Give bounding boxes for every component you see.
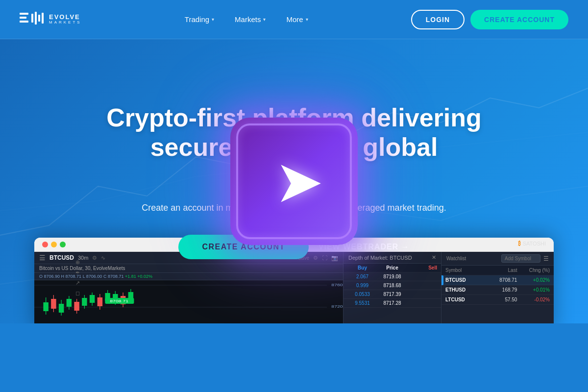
price-high: 8760.00 bbox=[331, 283, 343, 287]
svg-rect-23 bbox=[90, 295, 95, 303]
svg-rect-15 bbox=[59, 304, 64, 313]
nav-more[interactable]: More ▾ bbox=[278, 11, 316, 27]
dom-price-3: 8717.28 bbox=[377, 300, 407, 306]
wl-last-2: 57.50 bbox=[485, 297, 517, 302]
svg-rect-21 bbox=[82, 298, 87, 306]
watchlist-row-ltc[interactable]: LTCUSD 57.50 -0.02% bbox=[441, 295, 554, 305]
candlestick-chart: 8760.00 8720.00 8680.00 bbox=[34, 280, 343, 323]
chng-pct-value: +0.02% bbox=[137, 274, 152, 279]
wl-chng-2: -0.02% bbox=[517, 297, 550, 302]
close-value: 8708.71 bbox=[108, 274, 124, 279]
svg-rect-5 bbox=[38, 15, 40, 22]
dom-buy-header: Buy bbox=[347, 265, 377, 270]
shape-icon[interactable]: ◻ bbox=[75, 290, 80, 296]
low-value: 8706.00 bbox=[86, 274, 102, 279]
wl-last-0: 8708.71 bbox=[485, 277, 517, 283]
menu-icon[interactable]: ☰ bbox=[39, 254, 46, 262]
logo-name: EVOLVE bbox=[49, 14, 82, 21]
hero-section: Crypto-first platform delivering secure … bbox=[0, 39, 588, 323]
dom-row: 9.5531 8717.28 bbox=[343, 299, 441, 308]
dom-buy-1: 0.999 bbox=[347, 283, 377, 288]
dom-panel: Depth of Market: BTCUSD ✕ Buy Price Sell… bbox=[343, 252, 441, 323]
low-label: L bbox=[83, 274, 86, 279]
dom-buy-3: 9.5531 bbox=[347, 300, 377, 306]
chng-value: +1.81 bbox=[125, 274, 136, 279]
dom-sell-1 bbox=[407, 283, 437, 288]
dom-row: 0.0533 8717.39 bbox=[343, 290, 441, 299]
watchlist-controls: ☰ bbox=[501, 254, 549, 263]
chart-info-bar: Bitcoin vs US Dollar, 30, EvolveMarkets bbox=[34, 264, 343, 273]
dom-sell-0 bbox=[407, 274, 437, 279]
nav-trading[interactable]: Trading ▾ bbox=[177, 11, 222, 27]
svg-rect-11 bbox=[43, 302, 49, 311]
chart-symbol[interactable]: BTCUSD bbox=[49, 254, 74, 261]
svg-rect-0 bbox=[20, 13, 28, 15]
trend-icon[interactable]: ↗ bbox=[75, 280, 80, 286]
wl-chng-0: +0.02% bbox=[517, 277, 550, 283]
close-label: C bbox=[103, 274, 108, 279]
nav-actions: LOGIN CREATE ACCOUNT bbox=[411, 10, 568, 29]
logo-text-block: EVOLVE MARKETS bbox=[49, 14, 82, 25]
svg-rect-17 bbox=[67, 299, 72, 307]
dom-buy-2: 0.0533 bbox=[347, 292, 377, 297]
crosshair-icon[interactable]: ⊕ bbox=[75, 259, 80, 266]
svg-rect-2 bbox=[20, 21, 28, 23]
arrow-right-icon: ➤ bbox=[274, 152, 324, 211]
logo-sub: MARKETS bbox=[49, 21, 82, 25]
login-button[interactable]: LOGIN bbox=[411, 10, 465, 29]
logo-icon bbox=[20, 11, 44, 28]
nav-links: Trading ▾ Markets ▾ More ▾ bbox=[177, 11, 316, 27]
wl-chng-header: Chng (%) bbox=[517, 268, 550, 273]
dom-price-2: 8717.39 bbox=[377, 292, 407, 297]
price-mid: 8720.00 bbox=[331, 304, 343, 309]
watchlist-menu-icon[interactable]: ☰ bbox=[543, 255, 549, 262]
logo[interactable]: EVOLVE MARKETS bbox=[20, 11, 82, 28]
dom-row: 2.067 8719.08 bbox=[343, 272, 441, 281]
chart-settings-icon[interactable]: ⚙ bbox=[92, 255, 97, 261]
chart-area: ☰ BTCUSD 30m ⚙ ∿ Save ⚙ ⛶ 📷 Bitcoin vs U… bbox=[34, 252, 343, 323]
watchlist-row-btc[interactable]: BTCUSD 8708.71 +0.02% bbox=[441, 275, 554, 285]
svg-rect-13 bbox=[51, 299, 56, 309]
watchlist-row-eth[interactable]: ETHUSD 168.79 +0.01% bbox=[441, 285, 554, 295]
dom-sell-3 bbox=[407, 300, 437, 306]
open-label: O bbox=[39, 274, 44, 279]
wl-symbol-0: BTCUSD bbox=[445, 277, 485, 283]
satoshi-badge: ₿ SATOSHI bbox=[518, 241, 546, 246]
maximize-button-icon[interactable] bbox=[60, 242, 66, 247]
minimize-button-icon[interactable] bbox=[51, 242, 57, 247]
svg-rect-3 bbox=[31, 14, 33, 23]
dom-header-row: Buy Price Sell bbox=[343, 264, 441, 272]
platform-content: ☰ BTCUSD 30m ⚙ ∿ Save ⚙ ⛶ 📷 Bitcoin vs U… bbox=[34, 252, 554, 323]
nav-markets[interactable]: Markets ▾ bbox=[227, 11, 273, 27]
dom-sell-2 bbox=[407, 292, 437, 297]
watchlist-header-row: Symbol Last Chng (%) bbox=[441, 266, 554, 275]
navbar: EVOLVE MARKETS Trading ▾ Markets ▾ More … bbox=[0, 0, 588, 39]
bitcoin-icon: ₿ bbox=[518, 241, 521, 246]
dom-price-1: 8718.68 bbox=[377, 283, 407, 288]
add-symbol-input[interactable] bbox=[501, 254, 540, 263]
open-value: 8706.90 bbox=[44, 274, 60, 279]
logo-svg bbox=[20, 11, 44, 28]
dom-price-header: Price bbox=[377, 265, 407, 270]
dom-row: 0.999 8718.68 bbox=[343, 281, 441, 290]
ohlc-bar: O 8706.90 H 8708.71 L 8706.00 C 8708.71 … bbox=[34, 273, 343, 280]
glow-box: ➤ bbox=[230, 118, 358, 245]
chevron-down-icon: ▾ bbox=[263, 17, 266, 22]
chart-left-tools: ⊕ ✒ ↗ ◻ bbox=[75, 259, 80, 296]
svg-rect-25 bbox=[98, 297, 103, 306]
satoshi-label: SATOSHI bbox=[523, 241, 546, 246]
wl-last-1: 168.79 bbox=[485, 287, 517, 293]
wl-chng-1: +0.01% bbox=[517, 287, 550, 293]
create-account-button[interactable]: CREATE ACCOUNT bbox=[470, 10, 568, 29]
chart-body: 8760.00 8720.00 8680.00 bbox=[34, 280, 343, 323]
close-button-icon[interactable] bbox=[42, 242, 48, 247]
pen-icon[interactable]: ✒ bbox=[75, 270, 80, 276]
svg-text:8708.71: 8708.71 bbox=[110, 299, 128, 303]
chevron-down-icon: ▾ bbox=[306, 17, 308, 22]
wl-symbol-1: ETHUSD bbox=[445, 287, 485, 293]
wl-symbol-2: LTCUSD bbox=[445, 297, 485, 302]
glow-overlay: ➤ bbox=[225, 113, 363, 250]
dom-sell-header: Sell bbox=[407, 265, 437, 270]
wl-symbol-header: Symbol bbox=[445, 268, 485, 273]
dom-price-0: 8719.08 bbox=[377, 274, 407, 279]
